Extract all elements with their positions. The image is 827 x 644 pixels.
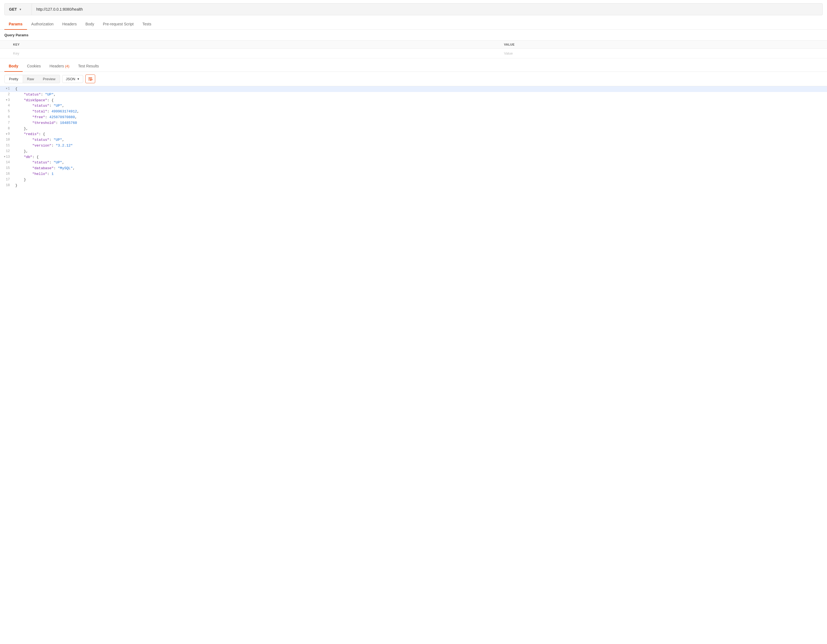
code-line: 16 "hello": 1 bbox=[0, 171, 827, 177]
checkbox-col-header bbox=[0, 41, 9, 48]
tab-body[interactable]: Body bbox=[81, 19, 98, 30]
line-content: }, bbox=[13, 149, 827, 155]
preview-btn[interactable]: Preview bbox=[39, 75, 60, 83]
line-content: "version": "3.2.12" bbox=[13, 143, 827, 149]
collapse-arrow-icon[interactable]: ▼ bbox=[6, 87, 7, 91]
code-line: ▼3 "diskSpace": { bbox=[0, 98, 827, 103]
code-line: 15 "database": "MySQL", bbox=[0, 166, 827, 171]
collapse-arrow-icon[interactable]: ▼ bbox=[4, 155, 5, 159]
url-bar: GET ▼ bbox=[5, 3, 822, 15]
tab-authorization[interactable]: Authorization bbox=[27, 19, 58, 30]
line-number: 15 bbox=[0, 166, 13, 171]
line-number: 18 bbox=[0, 183, 13, 188]
line-content: }, bbox=[13, 126, 827, 132]
key-col-header: KEY bbox=[9, 41, 500, 48]
request-tabs-row: Params Authorization Headers Body Pre-re… bbox=[0, 19, 827, 30]
method-label: GET bbox=[9, 7, 17, 11]
line-content: { bbox=[13, 86, 827, 92]
json-chevron-icon: ▼ bbox=[77, 78, 80, 80]
line-content: } bbox=[13, 177, 827, 183]
line-content: "threshold": 10485760 bbox=[13, 120, 827, 126]
line-content: "hello": 1 bbox=[13, 171, 827, 177]
line-number: ▼13 bbox=[0, 155, 13, 159]
line-content: "database": "MySQL", bbox=[13, 166, 827, 171]
chevron-down-icon: ▼ bbox=[19, 8, 22, 11]
line-number: 8 bbox=[0, 126, 13, 131]
line-content: "diskSpace": { bbox=[13, 98, 827, 103]
table-row: Key Value bbox=[0, 48, 827, 58]
code-line: 6 "free": 425870970880, bbox=[0, 115, 827, 120]
line-content: "free": 425870970880, bbox=[13, 115, 827, 120]
code-line: 11 "version": "3.2.12" bbox=[0, 143, 827, 149]
query-params-header: Query Params bbox=[0, 30, 827, 41]
line-number: 5 bbox=[0, 109, 13, 114]
headers-badge: (4) bbox=[65, 64, 69, 68]
line-number: ▼1 bbox=[0, 86, 13, 91]
collapse-arrow-icon[interactable]: ▼ bbox=[6, 132, 7, 136]
json-format-label: JSON bbox=[66, 77, 75, 81]
code-line: 17 } bbox=[0, 177, 827, 183]
line-content: "db": { bbox=[13, 155, 827, 160]
line-number: 17 bbox=[0, 177, 13, 182]
tab-headers[interactable]: Headers bbox=[58, 19, 81, 30]
line-number: 2 bbox=[0, 92, 13, 97]
code-line: 7 "threshold": 10485760 bbox=[0, 120, 827, 126]
row-checkbox-cell bbox=[0, 48, 9, 58]
line-number: ▼3 bbox=[0, 98, 13, 103]
code-line: ▼1{ bbox=[0, 86, 827, 92]
response-tabs-row: Body Cookies Headers (4) Test Results bbox=[0, 61, 827, 72]
json-format-selector[interactable]: JSON ▼ bbox=[62, 75, 83, 83]
line-number: 6 bbox=[0, 115, 13, 120]
code-viewer: ▼1{2 "status": "UP",▼3 "diskSpace": {4 "… bbox=[0, 86, 827, 188]
pretty-btn[interactable]: Pretty bbox=[5, 75, 23, 83]
line-content: "status": "UP", bbox=[13, 160, 827, 166]
line-content: "status": "UP", bbox=[13, 92, 827, 98]
response-tab-body[interactable]: Body bbox=[5, 61, 23, 72]
collapse-arrow-icon[interactable]: ▼ bbox=[6, 98, 7, 102]
params-table: KEY VALUE Key Value bbox=[0, 41, 827, 58]
code-line: 12 }, bbox=[0, 149, 827, 155]
code-line: 2 "status": "UP", bbox=[0, 92, 827, 98]
line-number: 12 bbox=[0, 149, 13, 154]
url-input[interactable] bbox=[32, 7, 822, 11]
tab-tests[interactable]: Tests bbox=[138, 19, 156, 30]
line-number: 10 bbox=[0, 137, 13, 142]
code-line: 10 "status": "UP", bbox=[0, 137, 827, 143]
method-selector[interactable]: GET ▼ bbox=[5, 3, 32, 15]
line-number: 7 bbox=[0, 120, 13, 125]
line-number: 11 bbox=[0, 143, 13, 148]
line-number: 4 bbox=[0, 103, 13, 108]
wrap-text-icon[interactable] bbox=[85, 75, 95, 83]
line-content: "status": "UP", bbox=[13, 103, 827, 109]
tab-params[interactable]: Params bbox=[5, 19, 27, 30]
code-line: 18} bbox=[0, 183, 827, 189]
response-tab-headers[interactable]: Headers (4) bbox=[45, 61, 74, 72]
response-tab-cookies[interactable]: Cookies bbox=[23, 61, 45, 72]
value-col-header: VALUE bbox=[500, 41, 827, 48]
code-line: 8 }, bbox=[0, 126, 827, 132]
response-tab-test-results[interactable]: Test Results bbox=[73, 61, 103, 72]
raw-btn[interactable]: Raw bbox=[23, 75, 39, 83]
code-line: 5 "total": 499963174912, bbox=[0, 109, 827, 115]
code-line: ▼9 "redis": { bbox=[0, 131, 827, 137]
line-content: "status": "UP", bbox=[13, 137, 827, 143]
view-format-group: Pretty Raw Preview bbox=[5, 75, 60, 83]
value-input-cell[interactable]: Value bbox=[500, 48, 827, 58]
tab-pre-request-script[interactable]: Pre-request Script bbox=[98, 19, 138, 30]
code-line: ▼13 "db": { bbox=[0, 155, 827, 160]
line-content: "total": 499963174912, bbox=[13, 109, 827, 115]
key-input-cell[interactable]: Key bbox=[9, 48, 500, 58]
line-number: 16 bbox=[0, 171, 13, 177]
format-bar: Pretty Raw Preview JSON ▼ bbox=[0, 72, 827, 86]
line-number: 14 bbox=[0, 160, 13, 165]
code-line: 4 "status": "UP", bbox=[0, 103, 827, 109]
line-content: "redis": { bbox=[13, 131, 827, 137]
code-line: 14 "status": "UP", bbox=[0, 160, 827, 166]
line-number: ▼9 bbox=[0, 131, 13, 137]
line-content: } bbox=[13, 183, 827, 189]
